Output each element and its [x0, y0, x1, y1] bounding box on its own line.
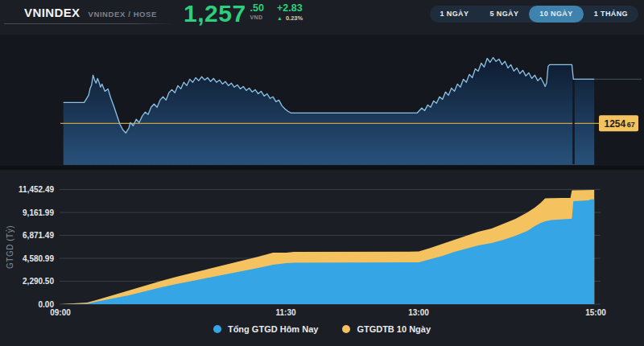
y-axis-tick: 11,452.49	[19, 185, 54, 194]
y-axis-tick: 4,580.99	[23, 254, 54, 263]
chart-legend: Tổng GTGD Hôm Nay GTGDTB 10 Ngày	[0, 324, 644, 334]
header: VNINDEX VNINDEX / HOSE 1,257 .50 VND +2.…	[0, 0, 644, 35]
x-axis-tick: 09:00	[50, 308, 71, 317]
x-axis-tick: 11:30	[275, 308, 295, 317]
header-divider	[4, 23, 174, 24]
volume-chart-canvas[interactable]: 11,452.49 9,161.99 6,871.49 4,580.99 2,2…	[0, 181, 644, 319]
legend-item-avg10[interactable]: GTGDTB 10 Ngày	[342, 324, 431, 334]
x-axis-tick: 13:00	[408, 308, 429, 317]
price-change: +2.83	[277, 3, 303, 14]
price-area-fill	[64, 58, 595, 166]
volume-chart-panel: 11,452.49 9,161.99 6,871.49 4,580.99 2,2…	[0, 181, 644, 319]
price-decimals: .50	[250, 3, 264, 14]
avg10-series-dot-icon	[342, 325, 350, 333]
price-chart-panel: 125467	[0, 35, 644, 166]
exchange-subtitle: VNINDEX / HOSE	[88, 10, 156, 19]
up-arrow-icon: ▲	[277, 15, 283, 22]
panel-divider	[0, 166, 644, 170]
price-block: 1,257 .50 VND +2.83 ▲ 0.23%	[184, 2, 303, 26]
svg-text:125467: 125467	[605, 118, 635, 130]
change-block: +2.83 ▲ 0.23%	[277, 3, 303, 22]
y-axis-tick: 6,871.49	[23, 231, 54, 240]
index-title: VNINDEX	[24, 6, 80, 19]
tab-1-ngay[interactable]: 1 NGÀY	[430, 6, 480, 23]
price-value: 1,257	[184, 2, 246, 26]
y-axis-tick: 2,290.50	[23, 277, 54, 286]
price-sub: .50 VND	[250, 3, 264, 20]
change-percent: 0.23%	[286, 14, 303, 22]
price-chart-canvas[interactable]: 125467	[0, 35, 644, 166]
previous-close-tag: 125467	[599, 115, 638, 131]
tab-1-thang[interactable]: 1 THÁNG	[584, 6, 638, 23]
y-axis-title: GTGD (Tỷ)	[6, 225, 14, 269]
y-axis-tick: 9,161.99	[23, 208, 54, 217]
y-axis-tick: 0.00	[39, 300, 55, 309]
title-block: VNINDEX VNINDEX / HOSE	[24, 6, 157, 19]
price-currency: VND	[250, 14, 264, 20]
legend-item-today[interactable]: Tổng GTGD Hôm Nay	[213, 324, 318, 334]
today-series-dot-icon	[213, 325, 221, 333]
timeframe-tabs: 1 NGÀY 5 NGÀY 10 NGÀY 1 THÁNG	[430, 6, 638, 23]
tab-5-ngay[interactable]: 5 NGÀY	[479, 6, 529, 23]
tab-10-ngay[interactable]: 10 NGÀY	[529, 6, 583, 23]
x-axis-tick: 15:00	[585, 308, 606, 317]
